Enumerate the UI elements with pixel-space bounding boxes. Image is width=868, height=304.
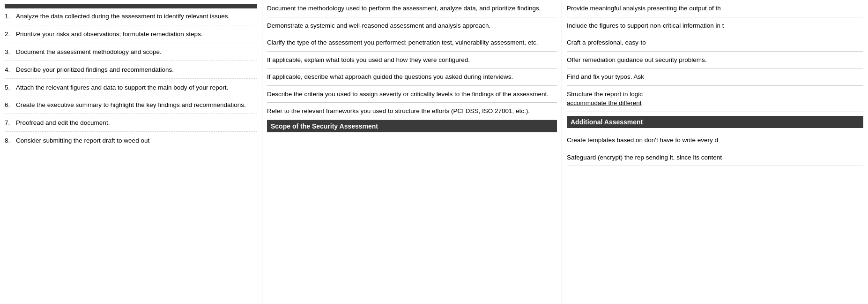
list-text: Prioritize your risks and observations; … — [16, 30, 257, 39]
list-number: 7. — [5, 119, 16, 128]
underline-text: accommodate the different — [567, 99, 642, 106]
col2-item: Clarify the type of the assessment you p… — [267, 34, 557, 52]
col2-item: Demonstrate a systemic and well-reasoned… — [267, 17, 557, 35]
scope-header: Scope of the Security Assessment — [267, 120, 557, 132]
col2-item: If applicable, explain what tools you us… — [267, 52, 557, 69]
col3-item: Include the figures to support non-criti… — [567, 17, 863, 35]
list-number: 8. — [5, 137, 16, 145]
list-text: Proofread and edit the document. — [16, 119, 257, 128]
list-item: 4.Describe your prioritized findings and… — [5, 66, 257, 79]
list-item: 7.Proofread and edit the document. — [5, 119, 257, 132]
list-number: 3. — [5, 48, 16, 57]
list-item: 2.Prioritize your risks and observations… — [5, 30, 257, 43]
list-number: 4. — [5, 66, 16, 75]
col3-additional-item: Safeguard (encrypt) the rep sending it, … — [567, 149, 863, 167]
list-item: 3.Document the assessment methodology an… — [5, 48, 257, 61]
page-container: 1.Analyze the data collected during the … — [0, 0, 868, 304]
list-number: 5. — [5, 84, 16, 92]
additional-assessment-header: Additional Assessment — [567, 116, 863, 128]
col3-item: Structure the report in logicaccommodate… — [567, 86, 863, 112]
column-3: Provide meaningful analysis presenting t… — [562, 0, 868, 304]
list-text: Analyze the data collected during the as… — [16, 12, 257, 21]
col2-item: Refer to the relevant frameworks you use… — [267, 103, 557, 120]
list-text: Consider submitting the report draft to … — [16, 137, 257, 145]
list-text: Document the assessment methodology and … — [16, 48, 257, 57]
col2-item: If applicable, describe what approach gu… — [267, 68, 557, 86]
col3-item: Find and fix your typos. Ask — [567, 68, 863, 86]
list-number: 6. — [5, 101, 16, 110]
col3-item: Provide meaningful analysis presenting t… — [567, 4, 863, 17]
list-text: Attach the relevant figures and data to … — [16, 84, 257, 92]
list-item: 8.Consider submitting the report draft t… — [5, 137, 257, 149]
list-number: 1. — [5, 12, 16, 21]
col3-additional-item: Create templates based on don't have to … — [567, 132, 863, 149]
list-text: Create the executive summary to highligh… — [16, 101, 257, 110]
list-item: 5.Attach the relevant figures and data t… — [5, 84, 257, 97]
list-number: 2. — [5, 30, 16, 39]
list-text: Describe your prioritized findings and r… — [16, 66, 257, 75]
col1-list: 1.Analyze the data collected during the … — [5, 12, 257, 149]
col3-item: Craft a professional, easy-to — [567, 34, 863, 52]
col1-header — [5, 4, 257, 8]
list-item: 1.Analyze the data collected during the … — [5, 12, 257, 25]
column-1: 1.Analyze the data collected during the … — [0, 0, 262, 304]
column-2: Document the methodology used to perform… — [262, 0, 562, 304]
col3-item: Offer remediation guidance out security … — [567, 52, 863, 69]
col2-item: Describe the criteria you used to assign… — [267, 86, 557, 103]
list-item: 6.Create the executive summary to highli… — [5, 101, 257, 114]
col2-item: Document the methodology used to perform… — [267, 4, 557, 17]
